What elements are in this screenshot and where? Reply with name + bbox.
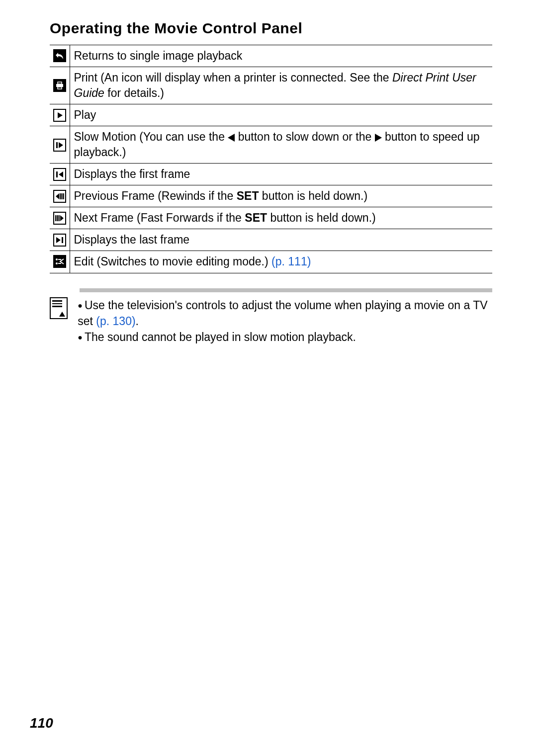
first-frame-icon [53,168,66,181]
svg-rect-12 [55,215,56,221]
control-description: Displays the first frame [70,164,492,185]
note-divider [80,288,492,292]
page-number: 110 [30,715,53,731]
table-row: Displays the first frame [50,164,492,185]
prev-frame-icon [53,190,66,203]
control-description: Previous Frame (Rewinds if the SET butto… [70,185,492,207]
last-frame-icon [53,234,66,247]
next-frame-icon [53,212,66,225]
svg-point-18 [56,258,58,260]
edit-icon [53,255,66,268]
svg-rect-14 [58,215,59,221]
page-ref-link[interactable]: (p. 111) [271,255,311,268]
table-row: Returns to single image playback [50,45,492,67]
svg-marker-7 [59,171,63,177]
print-icon [53,79,66,92]
table-row: Edit (Switches to movie editing mode.) (… [50,251,492,273]
table-row: Print (An icon will display when a print… [50,67,492,104]
control-description: Slow Motion (You can use the button to s… [70,126,492,164]
note-block: Use the television's controls to adjust … [50,288,492,345]
section-title: Operating the Movie Control Panel [50,20,492,37]
svg-marker-3 [58,112,63,118]
page-ref-link[interactable]: (p. 130) [96,315,135,328]
table-row: Play [50,104,492,126]
control-description: Returns to single image playback [70,45,492,67]
control-description: Next Frame (Fast Forwards if the SET but… [70,207,492,229]
right-arrow-icon [375,134,382,142]
svg-point-19 [56,262,58,264]
svg-rect-6 [56,171,58,177]
table-row: Previous Frame (Rewinds if the SET butto… [50,185,492,207]
play-icon [53,109,66,122]
slow-motion-icon [53,139,66,152]
svg-rect-0 [58,82,62,84]
svg-marker-15 [60,215,64,221]
svg-rect-9 [60,193,61,199]
svg-marker-5 [59,142,63,148]
svg-rect-10 [61,193,62,199]
svg-marker-16 [56,237,61,243]
svg-rect-13 [57,215,58,221]
table-row: Slow Motion (You can use the button to s… [50,126,492,164]
note-item: The sound cannot be played in slow motio… [78,329,492,345]
svg-rect-11 [63,193,64,199]
svg-rect-1 [56,84,63,87]
controls-table: Returns to single image playback Print (… [50,45,492,273]
svg-marker-8 [56,193,59,199]
table-row: Next Frame (Fast Forwards if the SET but… [50,207,492,229]
svg-rect-2 [58,87,62,89]
note-item: Use the television's controls to adjust … [78,297,492,329]
control-description: Print (An icon will display when a print… [70,67,492,104]
svg-rect-17 [62,237,63,243]
control-description: Displays the last frame [70,229,492,251]
control-description: Edit (Switches to movie editing mode.) (… [70,251,492,273]
table-row: Displays the last frame [50,229,492,251]
svg-rect-4 [56,142,58,148]
return-icon [53,49,66,62]
note-icon [50,297,68,319]
left-arrow-icon [228,134,235,142]
control-description: Play [70,104,492,126]
